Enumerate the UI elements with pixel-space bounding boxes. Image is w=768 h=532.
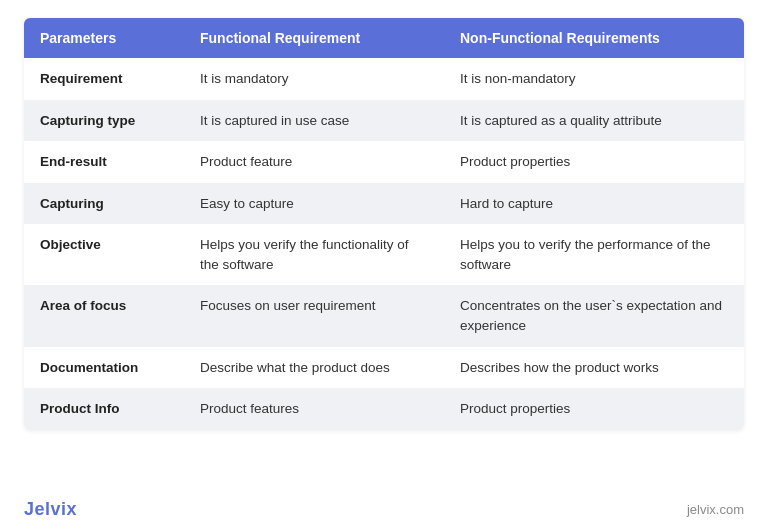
- functional-cell: Product features: [184, 388, 444, 430]
- table-header-row: Parameters Functional Requirement Non-Fu…: [24, 18, 744, 58]
- nonfunctional-cell: It is non-mandatory: [444, 58, 744, 100]
- table-row: DocumentationDescribe what the product d…: [24, 347, 744, 389]
- table-row: CapturingEasy to captureHard to capture: [24, 183, 744, 225]
- comparison-table: Parameters Functional Requirement Non-Fu…: [24, 18, 744, 430]
- param-cell: Requirement: [24, 58, 184, 100]
- functional-cell: It is captured in use case: [184, 100, 444, 142]
- functional-cell: It is mandatory: [184, 58, 444, 100]
- col-header-parameters: Parameters: [24, 18, 184, 58]
- param-cell: Capturing: [24, 183, 184, 225]
- nonfunctional-cell: Product properties: [444, 141, 744, 183]
- nonfunctional-cell: Product properties: [444, 388, 744, 430]
- functional-cell: Describe what the product does: [184, 347, 444, 389]
- table-row: RequirementIt is mandatoryIt is non-mand…: [24, 58, 744, 100]
- nonfunctional-cell: Concentrates on the user`s expectation a…: [444, 285, 744, 346]
- nonfunctional-cell: Hard to capture: [444, 183, 744, 225]
- col-header-nonfunctional: Non-Functional Requirements: [444, 18, 744, 58]
- table-row: ObjectiveHelps you verify the functional…: [24, 224, 744, 285]
- param-cell: Capturing type: [24, 100, 184, 142]
- table-row: Capturing typeIt is captured in use case…: [24, 100, 744, 142]
- param-cell: End-result: [24, 141, 184, 183]
- param-cell: Objective: [24, 224, 184, 285]
- nonfunctional-cell: Describes how the product works: [444, 347, 744, 389]
- param-cell: Product Info: [24, 388, 184, 430]
- functional-cell: Focuses on user requirement: [184, 285, 444, 346]
- param-cell: Documentation: [24, 347, 184, 389]
- functional-cell: Helps you verify the functionality of th…: [184, 224, 444, 285]
- nonfunctional-cell: Helps you to verify the performance of t…: [444, 224, 744, 285]
- table-row: End-resultProduct featureProduct propert…: [24, 141, 744, 183]
- table-row: Product InfoProduct featuresProduct prop…: [24, 388, 744, 430]
- table-row: Area of focusFocuses on user requirement…: [24, 285, 744, 346]
- functional-cell: Product feature: [184, 141, 444, 183]
- footer: Jelvix jelvix.com: [24, 493, 744, 520]
- nonfunctional-cell: It is captured as a quality attribute: [444, 100, 744, 142]
- functional-cell: Easy to capture: [184, 183, 444, 225]
- footer-logo: Jelvix: [24, 499, 77, 520]
- footer-url: jelvix.com: [687, 502, 744, 517]
- col-header-functional: Functional Requirement: [184, 18, 444, 58]
- param-cell: Area of focus: [24, 285, 184, 346]
